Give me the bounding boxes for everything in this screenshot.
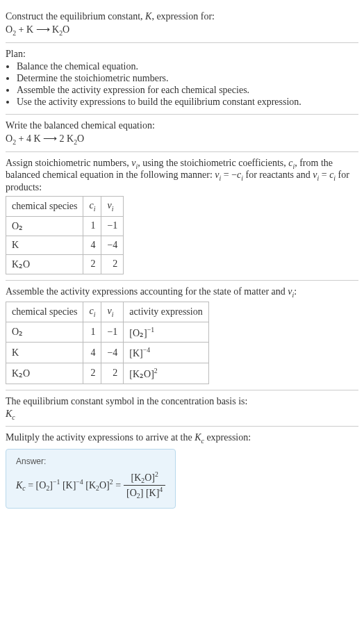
prompt-line: Construct the equilibrium constant, K, e… <box>6 11 358 22</box>
e: 2 <box>155 470 158 478</box>
cell-species: K <box>6 343 83 363</box>
cell-nu: 2 <box>101 254 124 274</box>
kc-symbol: Kc <box>6 409 358 421</box>
plan-section: Plan: Balance the chemical equation. Det… <box>6 43 358 115</box>
t: [O <box>36 480 47 491</box>
cell-nu: −4 <box>101 236 124 254</box>
bal-rhs: 2 K <box>57 133 74 144</box>
multiply-section: Mulitply the activity expressions to arr… <box>6 427 358 514</box>
t: [O <box>126 487 137 497</box>
i: i <box>94 205 96 213</box>
table-row: K₂O 2 2 <box>6 254 124 274</box>
text: : <box>294 286 297 297</box>
cell-c: 2 <box>83 254 101 274</box>
frac-numerator: [K2O]2 <box>124 470 165 485</box>
cell-c: 1 <box>83 216 101 236</box>
cell-c: 4 <box>83 236 101 254</box>
table-header-row: chemical species ci νi <box>6 197 124 217</box>
K-symbol: K <box>145 11 151 22</box>
e: 4 <box>159 486 163 493</box>
balanced-title: Write the balanced chemical equation: <box>6 120 358 131</box>
cell-c: 2 <box>83 363 101 384</box>
prompt-section: Construct the equilibrium constant, K, e… <box>6 6 358 43</box>
text: , using the stoichiometric coefficients, <box>138 158 288 168</box>
cell-nu: 2 <box>101 363 124 384</box>
K: K <box>16 480 22 491</box>
table-row: K 4 −4 [K]−4 <box>6 343 209 363</box>
kc: Kc = [O2]−1 [K]−4 [K2O]2 = <box>16 478 121 492</box>
prompt-prefix: Construct the equilibrium constant, <box>6 11 145 22</box>
balanced-section: Write the balanced chemical equation: O2… <box>6 115 358 152</box>
header-c: ci <box>83 302 101 322</box>
cell-species: K₂O <box>6 363 83 384</box>
unbalanced-equation: O2 + K ⟶ K2O <box>6 24 358 37</box>
eq-plus: + K <box>16 24 36 35</box>
multiply-line: Mulitply the activity expressions to arr… <box>6 432 358 445</box>
arrow-icon: ⟶ <box>43 133 57 144</box>
frac-denominator: [O2] [K]4 <box>124 486 165 500</box>
answer-label: Answer: <box>16 456 165 466</box>
header-nu: νi <box>101 302 124 322</box>
answer-equation: Kc = [O2]−1 [K]−4 [K2O]2 = [K2O]2 [O2] [… <box>16 470 165 500</box>
bal-mid: + 4 K <box>16 133 43 144</box>
cell-c: 1 <box>83 322 101 343</box>
plan-title: Plan: <box>6 49 358 60</box>
plan-item: Balance the chemical equation. <box>17 61 358 72</box>
cell-nu: −1 <box>101 322 124 343</box>
K: K <box>6 409 12 419</box>
cell-activity: [K₂O]2 <box>124 363 208 384</box>
text: Assign stoichiometric numbers, <box>6 158 131 168</box>
K: K <box>195 432 201 443</box>
table-row: K 4 −4 <box>6 236 124 254</box>
arrow-icon: ⟶ <box>36 24 50 35</box>
eq-rhs-o: O <box>63 24 69 35</box>
t: [K <box>131 472 141 483</box>
plan-list: Balance the chemical equation. Determine… <box>6 61 358 108</box>
plan-item: Determine the stoichiometric numbers. <box>17 73 358 84</box>
act-base: [O₂] <box>129 327 147 338</box>
table-row: O₂ 1 −1 <box>6 216 124 236</box>
cell-activity: [K]−4 <box>124 343 208 363</box>
text: = − <box>221 170 237 180</box>
equals: = <box>26 480 36 491</box>
header-species: chemical species <box>6 197 83 217</box>
t: ] [K] <box>140 487 160 497</box>
cell-c: 4 <box>83 343 101 363</box>
cell-species: O₂ <box>6 322 83 343</box>
t: [K] <box>60 480 76 491</box>
equals: = <box>113 480 121 491</box>
header-species: chemical species <box>6 302 83 322</box>
c: c <box>12 413 15 420</box>
header-nu: νi <box>101 197 124 217</box>
cell-species: O₂ <box>6 216 83 236</box>
bal-o: O <box>6 133 13 144</box>
stoich-section: Assign stoichiometric numbers, νi, using… <box>6 152 358 281</box>
act-exp: 2 <box>154 367 158 374</box>
act-exp: −4 <box>143 346 150 354</box>
prompt-suffix: , expression for: <box>151 11 215 22</box>
text: expression: <box>204 432 251 443</box>
t: O] <box>99 480 110 491</box>
act-exp: −1 <box>147 326 154 333</box>
table-row: K₂O 2 2 [K₂O]2 <box>6 363 209 384</box>
t: O] <box>144 472 155 483</box>
text: Assemble the activity expressions accoun… <box>6 286 288 297</box>
stoich-table: chemical species ci νi O₂ 1 −1 K 4 −4 K₂… <box>6 196 124 274</box>
i: i <box>94 311 96 318</box>
activity-section: Assemble the activity expressions accoun… <box>6 281 358 390</box>
activity-table: chemical species ci νi activity expressi… <box>6 302 209 384</box>
plan-item: Assemble the activity expression for eac… <box>17 85 358 96</box>
e: −1 <box>53 478 60 486</box>
table-header-row: chemical species ci νi activity expressi… <box>6 302 209 322</box>
t: [K <box>83 480 96 491</box>
cell-nu: −4 <box>101 343 124 363</box>
eq-o: O <box>6 24 13 35</box>
eq-rhs: K <box>50 24 60 35</box>
cell-species: K₂O <box>6 254 83 274</box>
i: i <box>112 311 114 318</box>
plan-item: Use the activity expressions to build th… <box>17 97 358 108</box>
text: Mulitply the activity expressions to arr… <box>6 432 195 443</box>
act-base: [K] <box>129 348 142 359</box>
act-base: [K₂O] <box>129 369 154 379</box>
e: −4 <box>76 478 83 486</box>
